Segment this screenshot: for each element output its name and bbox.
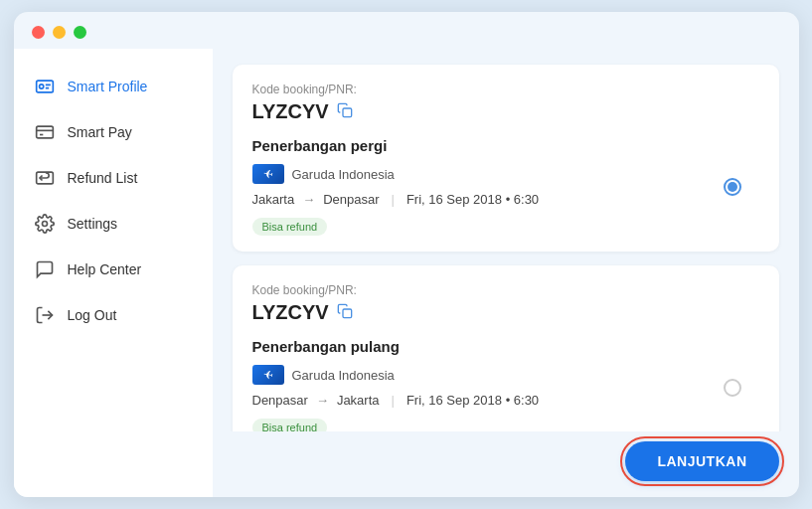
sidebar-item-settings[interactable]: Settings: [14, 202, 213, 246]
booking-label-1: Kode booking/PNR:: [252, 83, 759, 96]
destination-1: Denpasar: [323, 192, 379, 207]
svg-rect-9: [343, 309, 352, 318]
svg-point-6: [42, 222, 47, 227]
sidebar-item-refund-list[interactable]: Refund List: [14, 156, 213, 200]
airline-row-2: Garuda Indonesia: [252, 365, 759, 385]
sidebar-label-smart-profile: Smart Profile: [68, 79, 148, 94]
lanjutkan-button[interactable]: LANJUTKAN: [625, 441, 778, 481]
titlebar: [14, 12, 799, 49]
flight-title-1: Penerbangan pergi: [252, 137, 759, 154]
content-area: Smart Profile Smart Pay: [14, 49, 799, 497]
settings-icon: [34, 213, 56, 235]
airline-name-2: Garuda Indonesia: [292, 368, 395, 383]
svg-rect-2: [36, 126, 53, 138]
origin-2: Denpasar: [252, 393, 308, 408]
destination-2: Jakarta: [337, 393, 380, 408]
sidebar-item-log-out[interactable]: Log Out: [14, 293, 213, 337]
arrow-icon-2: →: [316, 393, 329, 408]
flight-card-2: Kode booking/PNR: LYZCYV Penerbangan pul…: [233, 265, 779, 431]
booking-label-2: Kode booking/PNR:: [252, 283, 759, 297]
datetime-1: Fri, 16 Sep 2018 • 6:30: [406, 192, 539, 207]
logout-icon: [34, 304, 56, 326]
airline-name-1: Garuda Indonesia: [292, 167, 395, 182]
copy-icon-1[interactable]: [337, 102, 353, 122]
app-window: Smart Profile Smart Pay: [14, 12, 799, 497]
airline-row-1: Garuda Indonesia: [252, 164, 759, 184]
sidebar-label-log-out: Log Out: [68, 307, 117, 323]
route-row-1: Jakarta → Denpasar | Fri, 16 Sep 2018 • …: [252, 192, 759, 207]
radio-button-2[interactable]: [724, 379, 741, 397]
footer: LANJUTKAN: [213, 431, 799, 497]
sidebar-item-help-center[interactable]: Help Center: [14, 248, 213, 291]
sidebar-label-help-center: Help Center: [68, 261, 142, 277]
refund-badge-2: Bisa refund: [252, 419, 328, 431]
svg-point-1: [39, 85, 43, 88]
refund-badge-1: Bisa refund: [252, 218, 328, 236]
origin-1: Jakarta: [252, 192, 295, 207]
help-icon: [34, 258, 56, 280]
booking-code-2: LYZCYV: [252, 301, 329, 324]
route-row-2: Denpasar → Jakarta | Fri, 16 Sep 2018 • …: [252, 393, 759, 408]
airline-logo-2: [252, 365, 284, 385]
radio-button-1[interactable]: [724, 178, 741, 196]
copy-icon-2[interactable]: [337, 303, 353, 323]
sidebar-item-smart-pay[interactable]: Smart Pay: [14, 110, 213, 154]
booking-code-1: LYZCYV: [252, 100, 329, 123]
payment-icon: [34, 121, 56, 143]
flight-title-2: Penerbangan pulang: [252, 338, 759, 355]
person-card-icon: [34, 76, 56, 97]
arrow-icon-1: →: [302, 192, 315, 207]
datetime-2: Fri, 16 Sep 2018 • 6:30: [406, 393, 539, 408]
airline-logo-1: [252, 164, 284, 184]
main-content: Kode booking/PNR: LYZCYV Penerbangan per…: [213, 49, 799, 431]
close-dot[interactable]: [32, 26, 45, 39]
refund-icon: [34, 167, 56, 189]
booking-code-row-2: LYZCYV: [252, 301, 759, 324]
sidebar: Smart Profile Smart Pay: [14, 49, 213, 497]
svg-rect-8: [343, 108, 352, 117]
flight-card-1: Kode booking/PNR: LYZCYV Penerbangan per…: [233, 65, 779, 252]
sidebar-label-smart-pay: Smart Pay: [68, 124, 132, 140]
maximize-dot[interactable]: [74, 26, 86, 39]
sidebar-label-settings: Settings: [68, 216, 118, 232]
separator-1: |: [392, 192, 395, 207]
booking-code-row-1: LYZCYV: [252, 100, 759, 123]
sidebar-label-refund-list: Refund List: [68, 170, 138, 186]
minimize-dot[interactable]: [53, 26, 66, 39]
sidebar-item-smart-profile[interactable]: Smart Profile: [14, 65, 213, 108]
separator-2: |: [392, 393, 395, 408]
